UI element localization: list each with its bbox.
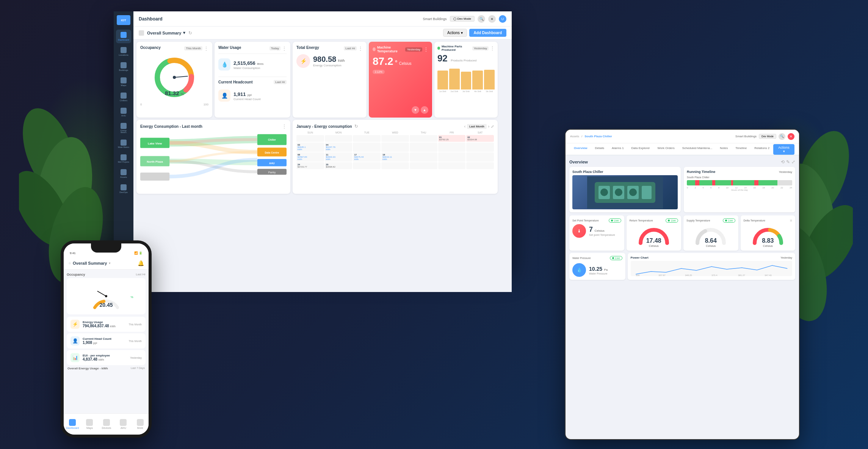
user-avatar[interactable]: U: [499, 15, 506, 23]
refresh-button[interactable]: ↻: [188, 30, 192, 36]
parts-menu[interactable]: ⋮: [490, 46, 495, 51]
cal-cell-11[interactable]: 11$3823.33kWh: [325, 152, 353, 162]
delta-menu[interactable]: ≡: [790, 218, 792, 223]
cal-cell-03[interactable]: 03$3645.1kWh: [296, 143, 324, 152]
actions-button[interactable]: Actions ▾: [443, 29, 467, 37]
notifications-icon[interactable]: ≡: [488, 15, 496, 23]
cal-cell[interactable]: [381, 135, 409, 142]
timeline-seg-red4: [754, 180, 758, 185]
monitor-screen: IOT Dashboard Locations Buildings Maps C…: [114, 11, 512, 269]
mobile-nav-maps[interactable]: Maps: [81, 417, 98, 432]
mobile-nav-devices[interactable]: Devices: [98, 417, 115, 432]
headcount-info: Current Head Count 1,908 ppl: [83, 337, 111, 345]
sankey-menu[interactable]: ⋮: [282, 124, 287, 129]
tab-alarms[interactable]: Alarms 1: [608, 143, 628, 155]
return-temp-live: Live: [666, 218, 678, 223]
cal-cell-fri01[interactable]: 01$3792.25: [438, 135, 466, 142]
mobile-maps-icon: [86, 419, 93, 426]
mobile-nav-ahu[interactable]: AHU: [115, 417, 132, 432]
tablet-dev-mode[interactable]: Dev Mode: [759, 134, 776, 139]
temp-menu[interactable]: ⋮: [424, 47, 428, 52]
temp-ctrl-up[interactable]: ▲: [421, 106, 428, 114]
mobile-nav-ahu-label: AHU: [121, 427, 126, 429]
cal-cell-17[interactable]: 17$3975.44kWh: [353, 152, 381, 162]
cal-cell[interactable]: [296, 135, 324, 142]
overview-expand[interactable]: ⤢: [791, 159, 795, 165]
parts-bar-chart: 1st Shift 2nd Shift 3rd Shift: [437, 66, 495, 93]
sidebar-item-chillers[interactable]: Chillers: [116, 90, 131, 104]
app-logo: IOT: [117, 15, 130, 25]
svg-text:300: 300: [636, 274, 640, 276]
buildings-icon: [121, 62, 127, 68]
tablet-search-icon[interactable]: 🔍: [779, 133, 785, 140]
water-menu[interactable]: ⋮: [282, 46, 287, 51]
energy-consumption-widget: Energy Consumption - Last month ⋮ Lake V…: [136, 120, 290, 194]
tablet-close-icon[interactable]: ✕: [788, 133, 794, 140]
tab-timeline[interactable]: Timeline: [732, 143, 750, 155]
org-name: Smart Buildings: [423, 17, 447, 21]
bell-icon[interactable]: 🔔: [138, 260, 144, 266]
sidebar-item-maps[interactable]: Maps: [116, 75, 131, 89]
cal-cell[interactable]: [410, 135, 437, 142]
tab-overview[interactable]: Overview: [570, 143, 591, 155]
overview-share[interactable]: ⟲: [781, 159, 785, 165]
sidebar-item-dashboard[interactable]: Dashboard: [116, 30, 131, 43]
mobile-nav-more[interactable]: More: [132, 417, 149, 432]
dev-mode-button[interactable]: Dev Mode: [450, 16, 475, 22]
temp-change: 2.12%: [373, 70, 385, 74]
search-icon[interactable]: 🔍: [478, 15, 485, 23]
sidebar-item-assets[interactable]: Assets: [116, 167, 131, 181]
bar-label-3: 3rd Shift: [462, 90, 470, 93]
water-consumption-row: 💧 2,515,656 litres Water Consumption: [218, 55, 287, 74]
tab-relations[interactable]: Relations 2: [750, 143, 773, 155]
overall-summary-dropdown[interactable]: Overall Summary ▾: [147, 30, 185, 35]
cal-next[interactable]: ›: [488, 124, 489, 129]
mobile-nav-dashboard[interactable]: Dashboard: [64, 417, 81, 432]
occupancy-widget: Occupancy This Month ⋮: [136, 42, 212, 118]
day-wed: WED: [381, 131, 409, 134]
cal-cell-18[interactable]: 18$3619.11kWh: [381, 152, 409, 162]
bar-3: [461, 72, 472, 89]
sidebar-item-water[interactable]: Water Meters: [116, 137, 131, 151]
cal-cell-sat02[interactable]: 02$3334.08: [466, 135, 494, 142]
cal-cell[interactable]: [325, 135, 353, 142]
tab-data-explorer[interactable]: Data Explorer: [628, 143, 654, 155]
sidebar-label-chillers: Chillers: [120, 99, 127, 102]
cal-cell-04[interactable]: 04$3247.76kWh: [325, 143, 353, 152]
cal-cell-24[interactable]: 24$3723.77: [296, 162, 324, 169]
chiller-photo: [572, 175, 678, 209]
tab-actions-btn[interactable]: Actions ▾: [773, 143, 794, 155]
tab-scheduled[interactable]: Scheduled Maintena...: [678, 143, 716, 155]
sidebar-item-energy[interactable]: Energy Meters: [116, 121, 131, 136]
add-dashboard-button[interactable]: Add Dashboard: [469, 29, 506, 37]
cal-cell-08[interactable]: 08$3567.84kWh: [296, 152, 324, 162]
tab-notes[interactable]: Notes: [716, 143, 732, 155]
mobile-content: Occupancy Last Hr: [64, 270, 149, 415]
cal-cell-25[interactable]: 25$3838.82: [325, 162, 353, 169]
svg-text:North Plaza: North Plaza: [147, 160, 163, 163]
sidebar-item-buildings[interactable]: Buildings: [116, 60, 131, 74]
sidebar-item-locations[interactable]: Locations: [116, 45, 131, 58]
mobile-eui-card: 📊 EUI - per employee 4,837.48 kWh Yester…: [67, 350, 146, 365]
cal-cell[interactable]: [353, 135, 381, 142]
cal-expand[interactable]: ⤢: [491, 124, 494, 129]
cal-prev[interactable]: ‹: [464, 124, 465, 129]
svg-text:348.25: 348.25: [685, 274, 692, 276]
sidebar-item-ahu[interactable]: AHU: [116, 105, 131, 119]
tab-details[interactable]: Details: [591, 143, 608, 155]
mobile-top-bar: ☆ Overall Summary ▾ 🔔: [64, 257, 149, 270]
occupancy-menu[interactable]: ⋮: [204, 46, 208, 51]
chillers-icon: [121, 93, 127, 99]
tab-work-orders[interactable]: Work Orders: [654, 143, 678, 155]
energy-menu[interactable]: ⋮: [358, 46, 363, 51]
supply-temp-unit: Celsius: [706, 244, 716, 248]
sidebar-item-devops[interactable]: DevOps: [116, 182, 131, 196]
occupancy-scale: 0 100: [140, 103, 208, 106]
timeline-seg-green4: [733, 180, 754, 185]
mobile-energy-usage-card: ⚡ Energy Usage 794,864,837.48 kWh This M…: [67, 317, 146, 332]
temp-ctrl-down[interactable]: ▼: [412, 106, 419, 114]
supply-temp-value: 8.64: [705, 237, 717, 244]
overview-edit[interactable]: ✎: [786, 159, 790, 165]
calendar-refresh[interactable]: ↻: [354, 124, 358, 129]
sidebar-item-mav[interactable]: MaV Projects: [116, 152, 131, 165]
